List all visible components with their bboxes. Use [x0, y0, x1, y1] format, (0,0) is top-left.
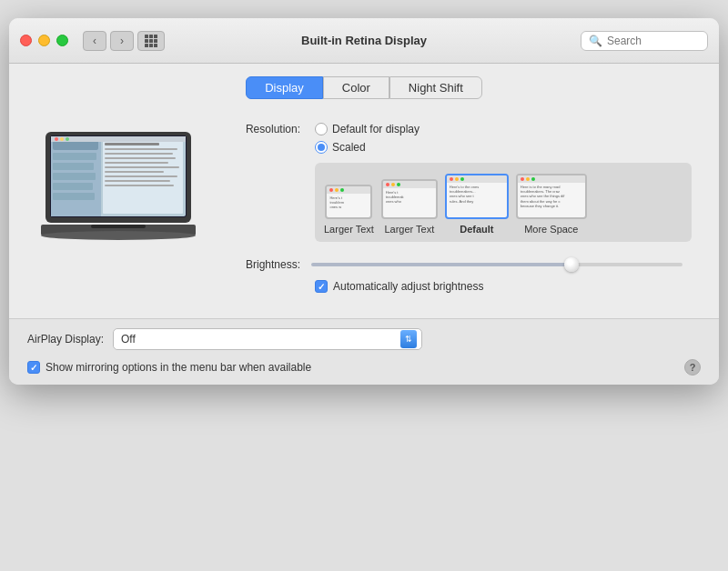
thumb-dot-red — [329, 188, 333, 192]
auto-brightness-checkbox[interactable] — [315, 280, 328, 293]
svg-point-24 — [66, 137, 69, 141]
svg-point-23 — [60, 137, 64, 141]
thumb-larger-text2[interactable]: Here's ttroublemakones who Larger Text — [381, 179, 438, 235]
svg-rect-12 — [105, 175, 177, 177]
laptop-image — [36, 123, 200, 250]
brightness-slider-track[interactable] — [311, 263, 682, 266]
help-button[interactable]: ? — [684, 359, 701, 376]
svg-rect-16 — [53, 153, 96, 160]
svg-rect-6 — [105, 148, 177, 150]
traffic-lights — [20, 35, 68, 46]
radio-default-label: Default for display — [332, 123, 420, 135]
airplay-row: AirPlay Display: Off ⇅ — [27, 328, 701, 350]
close-button[interactable] — [20, 35, 32, 46]
tab-color[interactable]: Color — [323, 76, 389, 99]
svg-rect-7 — [105, 153, 173, 155]
thumb-label-more: More Space — [524, 224, 578, 235]
brightness-slider-thumb[interactable] — [564, 257, 579, 272]
mirroring-label: Show mirroring options in the menu bar w… — [46, 361, 311, 374]
content-area: Resolution: Default for display Scaled — [9, 108, 719, 318]
svg-rect-9 — [105, 162, 168, 164]
thumb-titlebar-larger — [327, 186, 370, 194]
svg-rect-17 — [53, 163, 94, 170]
svg-rect-8 — [105, 157, 176, 159]
search-bar[interactable]: 🔍 — [581, 31, 708, 51]
thumb-dot4-yellow — [526, 177, 530, 181]
window-title: Built-in Retina Display — [301, 34, 427, 47]
nav-buttons: ‹ › — [83, 31, 134, 51]
radio-scaled-circle[interactable] — [315, 141, 328, 154]
svg-rect-21 — [51, 136, 186, 142]
tab-display[interactable]: Display — [246, 76, 323, 99]
resolution-label: Resolution: — [228, 123, 300, 135]
thumb-label-default: Default — [460, 224, 493, 235]
search-icon: 🔍 — [589, 35, 602, 47]
thumb-dot2-red — [386, 183, 389, 186]
thumb-dot3-yellow — [455, 177, 459, 181]
thumb-default[interactable]: Here's to the onestroublemakers...ones w… — [445, 174, 509, 235]
thumb-label-larger: Larger Text — [324, 224, 374, 235]
svg-point-22 — [55, 137, 58, 141]
brightness-section: Brightness: — [228, 258, 692, 271]
thumb-content-default: Here's to the onestroublemakers...ones w… — [447, 183, 507, 205]
preferences-window: ‹ › Built-in Retina Display 🔍 Display Co… — [9, 18, 719, 385]
forward-button[interactable]: › — [110, 31, 134, 51]
thumb-titlebar-more — [518, 175, 585, 183]
mirroring-left: Show mirroring options in the menu bar w… — [27, 361, 311, 374]
thumb-dot3-green — [460, 177, 464, 181]
tab-night-shift[interactable]: Night Shift — [389, 76, 482, 99]
svg-rect-18 — [53, 173, 96, 180]
thumb-larger-text[interactable]: Here's ttroublemones w Larger Text — [324, 185, 374, 235]
svg-rect-26 — [91, 225, 146, 228]
thumb-content-larger2: Here's ttroublemakones who — [383, 188, 436, 206]
radio-default[interactable]: Default for display — [315, 123, 420, 135]
radio-scaled[interactable]: Scaled — [315, 141, 366, 154]
thumb-dot-green — [340, 188, 344, 192]
brightness-label: Brightness: — [228, 258, 300, 271]
airplay-select[interactable]: Off — [113, 328, 422, 350]
svg-rect-10 — [105, 166, 179, 168]
airplay-select-wrapper: Off ⇅ — [113, 328, 422, 350]
mirroring-checkbox[interactable] — [27, 361, 40, 374]
thumb-dot3-red — [450, 177, 453, 181]
maximize-button[interactable] — [56, 35, 68, 46]
svg-rect-20 — [53, 193, 95, 200]
thumb-more-space[interactable]: Here is to the many madtroublemakers. Th… — [516, 174, 587, 235]
airplay-label: AirPlay Display: — [27, 333, 104, 346]
thumb-box-larger: Here's ttroublemones w — [325, 185, 372, 219]
svg-rect-14 — [105, 185, 174, 186]
thumb-dot-yellow — [335, 188, 339, 192]
svg-rect-19 — [53, 183, 93, 190]
settings-area: Resolution: Default for display Scaled — [228, 123, 692, 300]
bottom-bar: AirPlay Display: Off ⇅ Show mirroring op… — [9, 318, 719, 385]
minimize-button[interactable] — [38, 35, 50, 46]
thumb-dot2-green — [397, 183, 400, 186]
svg-point-27 — [41, 231, 196, 240]
svg-rect-13 — [105, 180, 170, 182]
resolution-thumbnails: Here's ttroublemones w Larger Text — [315, 163, 692, 242]
grid-icon — [145, 35, 157, 47]
thumb-box-more: Here is to the many madtroublemakers. Th… — [516, 174, 587, 219]
radio-scaled-label: Scaled — [332, 141, 366, 154]
thumb-label-larger2: Larger Text — [384, 224, 434, 235]
laptop-preview — [36, 123, 200, 254]
thumb-dot4-red — [521, 177, 524, 181]
thumb-content-larger: Here's ttroublemones w — [327, 194, 370, 212]
resolution-default-row: Resolution: Default for display — [228, 123, 692, 135]
thumb-content-more: Here is to the many madtroublemakers. Th… — [518, 183, 585, 210]
thumb-dot2-yellow — [391, 183, 395, 186]
svg-rect-5 — [105, 143, 159, 145]
thumb-titlebar-larger2 — [383, 181, 436, 188]
auto-brightness-label: Automatically adjust brightness — [333, 280, 483, 293]
search-input[interactable] — [607, 35, 700, 47]
main-panel: Resolution: Default for display Scaled — [36, 123, 692, 300]
radio-default-circle[interactable] — [315, 123, 328, 135]
back-button[interactable]: ‹ — [83, 31, 106, 51]
thumb-box-default: Here's to the onestroublemakers...ones w… — [445, 174, 509, 219]
resolution-scaled-row: Scaled — [315, 141, 692, 154]
resolution-section: Resolution: Default for display Scaled — [228, 123, 692, 242]
svg-rect-11 — [105, 171, 164, 173]
thumb-box-larger2: Here's ttroublemakones who — [381, 179, 438, 219]
thumb-dot4-green — [531, 177, 535, 181]
grid-button[interactable] — [137, 31, 165, 51]
